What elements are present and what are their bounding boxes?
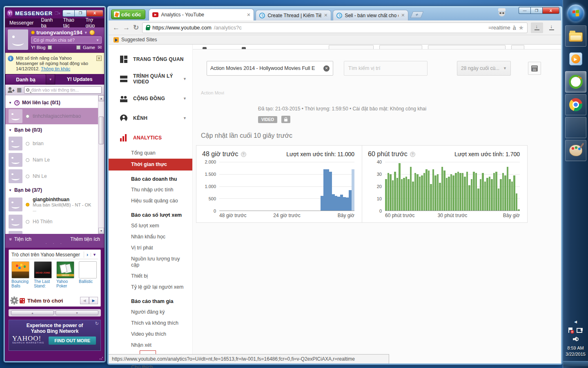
sidebar-item-trang-tong-quan[interactable]: TRANG TỔNG QUAN — [109, 49, 192, 69]
sidebar-item-hieu-suat-quang-cao[interactable]: Hiệu suất quảng cáo — [109, 195, 192, 206]
scrolled-header-button[interactable] — [329, 45, 374, 49]
browser-tab-sell-ban-view-chat-cho-ca[interactable]: SSell - bán view chất cho cá✕ — [333, 10, 408, 20]
clock[interactable]: 8:59 AM 3/22/2015 — [566, 345, 586, 357]
close-button[interactable]: X — [86, 10, 103, 17]
scroll-down-icon[interactable]: ▼ — [98, 228, 104, 234]
tab-updates[interactable]: Y! Updates — [55, 74, 104, 85]
sidebar-item-nguoi-ang-ky[interactable]: Người đăng ký — [109, 307, 192, 318]
scrolled-header-button[interactable] — [511, 45, 524, 49]
location-search-input[interactable] — [344, 61, 428, 76]
collapse-triangle-icon[interactable]: ▼ — [9, 128, 12, 132]
download-active-button[interactable] — [531, 22, 543, 33]
browser-tab-analytics-youtube[interactable]: ▶Analytics - YouTube✕ — [149, 9, 254, 20]
plugins-link[interactable]: Tiện ích — [14, 236, 31, 242]
sidebar-item-thoi-gian-thuc[interactable]: Thời gian thực — [109, 159, 192, 171]
contact-row[interactable]: hyiponline — [5, 230, 98, 234]
scroll-track[interactable] — [98, 101, 104, 228]
sidebar-item-video-yeu-thich[interactable]: Video yêu thích — [109, 329, 192, 340]
bookmark-item[interactable]: Suggested Sites — [121, 37, 157, 43]
mail-icon[interactable]: ✉ — [98, 45, 102, 50]
y-blog-link[interactable]: Y! Blog — [31, 45, 45, 50]
taskbar-coccoc-button[interactable] — [565, 71, 586, 92]
gear-icon[interactable] — [11, 298, 17, 303]
chevron-down-icon[interactable]: ▼ — [96, 38, 99, 42]
scrolled-header-button[interactable] — [428, 45, 506, 49]
sidebar-item-thiet-bi[interactable]: Thiết bị — [109, 271, 192, 282]
pager-prev-icon[interactable]: ◀ — [80, 297, 89, 304]
sidebar-item-ty-le-giu-lai-nguoi-xem[interactable]: Tỷ lệ giữ lại người xem — [109, 282, 192, 293]
vietnamese-input-icon[interactable]: à — [513, 25, 516, 31]
splitter-down-icon[interactable]: ▼ — [56, 310, 98, 315]
tab-close-icon[interactable]: ✕ — [247, 12, 250, 18]
pager-next-icon[interactable]: ▶ — [89, 297, 98, 304]
new-tab-button[interactable]: + — [410, 11, 423, 18]
chevron-down-icon[interactable]: ▼ — [84, 31, 88, 35]
help-icon[interactable]: ? — [241, 152, 246, 157]
scroll-thumb[interactable] — [99, 117, 104, 144]
menu-danh-ba[interactable]: Danh bạ — [41, 17, 56, 29]
refresh-icon[interactable]: ↻ — [95, 321, 99, 326]
minimize-button[interactable]: — — [519, 7, 530, 14]
resize-grip[interactable] — [99, 356, 103, 360]
status-message-input[interactable]: Có gì muốn chia sẻ? ▼ — [31, 36, 102, 44]
panel-splitter[interactable]: ▲ ▼ — [9, 309, 101, 316]
maximize-button[interactable]: ❐ — [530, 7, 542, 14]
taskbar-chrome-button[interactable] — [565, 94, 586, 115]
game-label[interactable]: Ballistic — [79, 279, 98, 284]
game-label[interactable]: Bouncing Balls — [11, 279, 30, 288]
sidebar-item-nhan-xet[interactable]: Nhận xét — [109, 340, 192, 351]
cascade-icon[interactable]: ❐▾ — [55, 11, 60, 16]
game-icon[interactable] — [76, 45, 80, 49]
chevron-down-icon[interactable]: ▼ — [46, 74, 55, 85]
scrolled-header-button[interactable] — [379, 45, 422, 49]
taskbar-explorer-button[interactable] — [565, 25, 586, 47]
contact-group-header[interactable]: ▼Bạn bè (0/3) — [5, 124, 98, 135]
collapse-triangle-icon[interactable]: ▼ — [9, 188, 12, 192]
video-filter-input[interactable] — [210, 65, 323, 71]
taskbar-messenger-button[interactable] — [565, 117, 586, 138]
help-icon[interactable]: ? — [410, 152, 415, 157]
video-filter-field[interactable]: ✕ — [207, 61, 333, 76]
sidebar-item-tong-quan[interactable]: Tổng quan — [109, 148, 192, 159]
ad-banner[interactable]: ↻ Experience the power of Yahoo Bing Net… — [9, 320, 101, 351]
game-tile-bouncing-balls[interactable]: Bouncing Balls — [11, 261, 30, 288]
sidebar-item-cong-ong[interactable]: CỘNG ĐỒNG▼ — [109, 89, 192, 108]
sidebar-item-kenh[interactable]: KÊNH▼ — [109, 108, 192, 128]
grid-view-icon[interactable]: ▦ — [17, 87, 22, 92]
sidebar-item-nguon-luu-luong-truy-cap[interactable]: Nguồn lưu lượng truy cập — [109, 254, 192, 271]
sidebar-item-trinh-quan-ly-video[interactable]: TRÌNH QUẢN LÝ VIDEO▼ — [109, 69, 192, 89]
add-contact-icon[interactable] — [8, 87, 14, 93]
sidebar-item-nhan-khau-hoc[interactable]: Nhân khẩu học — [109, 231, 192, 242]
coccoc-menu-button[interactable]: cốc cốc — [111, 9, 145, 19]
scroll-up-icon[interactable]: ▲ — [98, 95, 104, 101]
maximize-button[interactable]: ❐ — [74, 10, 86, 17]
contact-row[interactable]: brian — [5, 135, 98, 152]
tab-close-icon[interactable]: ✕ — [324, 13, 327, 18]
game-tile-the-last-stand[interactable]: The Last Stand: — [34, 261, 53, 288]
collapse-triangle-icon[interactable]: ▼ — [9, 101, 12, 105]
sidebar-item-thu-nhap-uoc-tinh[interactable]: Thu nhập ước tính — [109, 184, 192, 195]
menu-thao-tac[interactable]: Thao tác — [63, 17, 78, 29]
clear-filter-icon[interactable]: ✕ — [323, 65, 330, 72]
action-center-icon[interactable]: ✕ — [568, 328, 572, 333]
contact-group-header[interactable]: ▼Mới liên lạc (0/1) — [5, 97, 98, 108]
arrow-right-icon[interactable]: › — [84, 251, 91, 258]
find-out-more-button[interactable]: FIND OUT MORE — [49, 337, 96, 345]
more-plugins-link[interactable]: Thêm tiện ích — [70, 236, 100, 242]
contact-row[interactable]: Nhi Le — [5, 168, 98, 184]
emoticon-icon[interactable] — [89, 30, 95, 35]
avatar[interactable] — [8, 29, 28, 50]
contact-group-header[interactable]: ▼Bạn bè (3/7) — [5, 184, 98, 195]
volume-icon[interactable] — [573, 337, 579, 341]
reload-button[interactable]: ↻ — [133, 23, 139, 32]
contact-row[interactable]: tinhchilagiacchiembao — [5, 108, 98, 124]
sidebar-item-vi-tri-phat[interactable]: Vị trí phát — [109, 242, 192, 254]
bookmark-star-icon[interactable]: ★ — [519, 24, 524, 31]
show-desktop-button[interactable] — [563, 361, 588, 366]
sidebar-item-thich-va-khong-thich[interactable]: Thích và không thích — [109, 318, 192, 329]
game-tile-ballistic[interactable]: Ballistic — [79, 261, 98, 288]
notice-link[interactable]: Thông tin khác — [41, 66, 70, 71]
tab-close-icon[interactable]: ✕ — [401, 13, 405, 18]
ssl-lock-icon[interactable] — [146, 27, 150, 30]
close-icon[interactable]: ✕ — [96, 56, 102, 61]
